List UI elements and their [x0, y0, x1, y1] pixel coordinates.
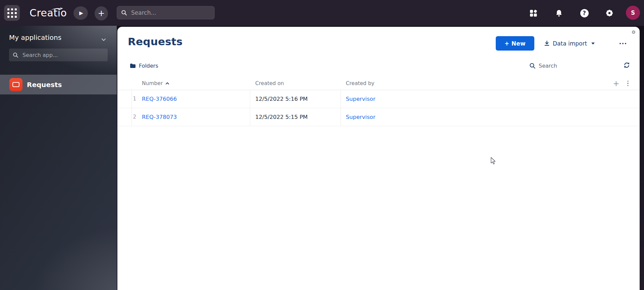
- created-on-value: 12/5/2022 5:16 PM: [255, 90, 308, 108]
- search-icon: [121, 10, 127, 16]
- list-search[interactable]: Search: [529, 61, 557, 70]
- row-index: 2: [117, 108, 136, 126]
- sort-asc-icon: [165, 82, 169, 85]
- created-by-link: Supervisor: [346, 114, 375, 120]
- data-import-label: Data import: [553, 40, 587, 47]
- folder-icon: [130, 63, 136, 68]
- logo-swoosh-icon: [50, 7, 64, 11]
- data-import-button[interactable]: Data import: [544, 36, 595, 51]
- record-number-link[interactable]: REQ-376066: [142, 96, 177, 102]
- column-menu-button[interactable]: [625, 77, 631, 90]
- folders-button[interactable]: Folders: [130, 61, 158, 70]
- record-number-link[interactable]: REQ-378073: [142, 114, 177, 120]
- chevron-down-icon: [591, 43, 595, 45]
- topbar: Creatio ▶ + ?: [0, 0, 644, 26]
- sidebar-item-requests[interactable]: Requests: [0, 75, 117, 94]
- refresh-icon: [623, 62, 630, 69]
- folders-label: Folders: [139, 63, 158, 69]
- question-icon: ?: [580, 9, 589, 17]
- table-row[interactable]: 2 REQ-378073 12/5/2022 5:15 PM Superviso…: [117, 108, 640, 126]
- column-header-created-on[interactable]: Created on: [255, 77, 284, 90]
- gear-icon: [605, 9, 614, 17]
- plus-icon: +: [98, 8, 105, 18]
- global-search-input[interactable]: [130, 9, 209, 16]
- new-button[interactable]: + New: [496, 36, 534, 51]
- requests-card: Requests + New Data import Folders: [117, 27, 640, 290]
- column-divider: [340, 90, 341, 126]
- sidebar-title: My applications: [9, 33, 61, 42]
- column-divider: [131, 90, 132, 126]
- search-icon: [529, 63, 536, 69]
- app-launcher-button[interactable]: [4, 5, 20, 21]
- column-header-number[interactable]: Number: [142, 77, 169, 90]
- sidebar-item-label: Requests: [27, 81, 62, 89]
- play-icon: ▶: [79, 10, 83, 16]
- search-icon: [13, 52, 18, 58]
- chevron-down-icon[interactable]: [101, 36, 106, 43]
- notifications-button[interactable]: [554, 8, 564, 18]
- sidebar: My applications Requests: [0, 26, 117, 290]
- play-button[interactable]: ▶: [73, 6, 88, 20]
- column-divider: [250, 90, 250, 126]
- more-actions-button[interactable]: [617, 36, 629, 51]
- app-search-input[interactable]: [22, 52, 100, 59]
- table-header: Number Created on Created by +: [117, 77, 640, 90]
- refresh-button[interactable]: [623, 62, 630, 70]
- workspaces-icon: [529, 9, 538, 17]
- help-button[interactable]: ?: [580, 8, 589, 18]
- user-avatar[interactable]: S: [626, 6, 640, 20]
- creatio-logo[interactable]: Creatio: [30, 0, 67, 26]
- app-root: { "topbar": { "logo_text": "Creatio", "s…: [0, 0, 644, 290]
- ellipsis-icon: [620, 43, 621, 44]
- page-settings-gear-icon[interactable]: [631, 29, 636, 36]
- list-search-label: Search: [539, 63, 557, 69]
- table-row[interactable]: 1 REQ-376066 12/5/2022 5:16 PM Superviso…: [117, 90, 640, 108]
- add-column-button[interactable]: +: [611, 77, 621, 90]
- global-search[interactable]: [117, 6, 215, 19]
- avatar-initial: S: [631, 9, 635, 16]
- settings-button[interactable]: [605, 8, 614, 18]
- created-on-value: 12/5/2022 5:15 PM: [255, 108, 308, 126]
- created-by-link[interactable]: Supervisor: [346, 96, 375, 102]
- my-applications-header: My applications: [9, 32, 110, 43]
- requests-app-icon: [9, 78, 22, 91]
- row-index: 1: [117, 90, 136, 108]
- main-area: Requests + New Data import Folders: [117, 26, 644, 290]
- page-title: Requests: [128, 35, 183, 48]
- kebab-icon: [627, 81, 629, 82]
- grid-icon: [7, 8, 17, 18]
- download-icon: [544, 41, 550, 46]
- add-button[interactable]: +: [95, 6, 108, 20]
- column-header-created-by[interactable]: Created by: [346, 77, 374, 90]
- workspaces-button[interactable]: [529, 8, 538, 18]
- plus-icon: +: [613, 79, 619, 88]
- bell-icon: [555, 9, 563, 17]
- app-search[interactable]: [9, 49, 108, 61]
